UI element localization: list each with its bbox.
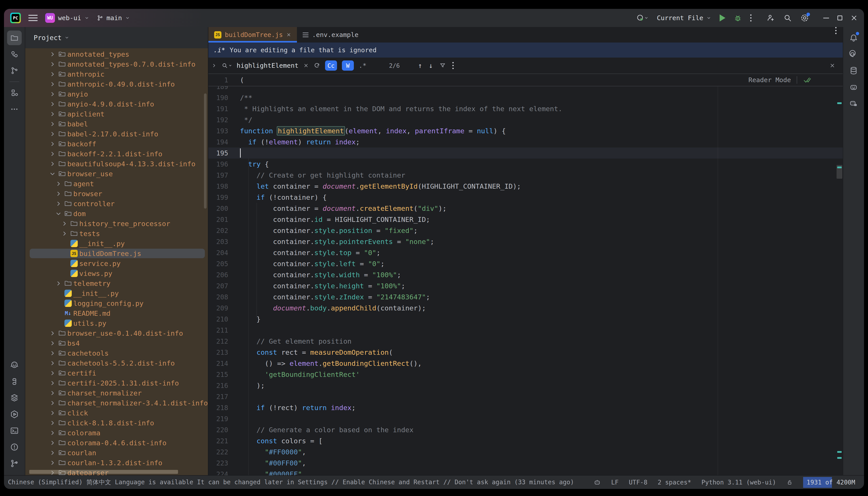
search-everywhere-icon[interactable] <box>784 14 792 22</box>
code-line[interactable]: 212 // Get element position <box>208 336 843 347</box>
project-selector[interactable]: WU web-ui <box>45 13 89 23</box>
tree-item[interactable]: telemetry <box>25 278 208 288</box>
tab-buildDomTree[interactable]: JS buildDomTree.js <box>208 27 297 43</box>
editor-scrollbar-stripe[interactable] <box>836 74 842 475</box>
code-line[interactable]: 201 container.id = HIGHLIGHT_CONTAINER_I… <box>208 214 843 225</box>
tree-item[interactable]: colorama <box>25 428 208 438</box>
reader-mode-toggle[interactable]: Reader Mode <box>748 76 791 84</box>
tree-item[interactable]: apiclient <box>25 109 208 119</box>
tree-item[interactable]: anthropic <box>25 69 208 79</box>
code-line[interactable]: 213 const rect = measureDomOperation( <box>208 347 843 358</box>
chevron-down-icon[interactable] <box>54 211 63 217</box>
tree-item[interactable]: tests <box>25 229 208 238</box>
chevron-right-icon[interactable] <box>54 181 63 187</box>
close-tab-icon[interactable] <box>286 32 291 37</box>
chevron-right-icon[interactable] <box>48 370 57 376</box>
tree-item[interactable]: annotated_types-0.7.0.dist-info <box>25 59 208 69</box>
code-line[interactable]: 196 try { <box>208 158 843 170</box>
code-with-me-icon[interactable] <box>766 14 775 22</box>
code-line[interactable]: 208 container.style.zIndex = "2147483647… <box>208 291 843 303</box>
chevron-right-icon[interactable] <box>48 440 57 446</box>
tree-item[interactable]: charset_normalizer <box>25 388 208 398</box>
chevron-right-icon[interactable] <box>48 101 57 107</box>
tree-item[interactable]: cachetools-5.5.2.dist-info <box>25 358 208 368</box>
tree-item[interactable]: controller <box>25 199 208 208</box>
code-line[interactable]: 214 () => element.getBoundingClientRect(… <box>208 358 843 369</box>
code-line[interactable]: 215 'getBoundingClientRect' <box>208 369 843 380</box>
tree-item[interactable]: courlan <box>25 448 208 458</box>
tree-item[interactable]: anthropic-0.49.0.dist-info <box>25 79 208 89</box>
tree-item[interactable]: agent <box>25 179 208 189</box>
tree-item[interactable]: anyio <box>25 89 208 99</box>
chevron-right-icon[interactable] <box>48 91 57 97</box>
chevron-right-icon[interactable] <box>48 380 57 386</box>
tree-horizontal-scrollbar[interactable] <box>29 470 178 474</box>
tree-item[interactable]: babel <box>25 119 208 129</box>
chevron-right-icon[interactable] <box>48 350 57 356</box>
chevron-right-icon[interactable] <box>48 430 57 436</box>
code-line[interactable]: 202 container.style.position = "fixed"; <box>208 225 843 236</box>
code-line[interactable]: 195 <box>208 148 843 158</box>
match-case-toggle[interactable]: Cc <box>325 60 337 71</box>
chevron-right-icon[interactable] <box>48 71 57 77</box>
code-line[interactable]: 205 container.style.left = "0"; <box>208 258 843 269</box>
indent-indicator[interactable]: 2 spaces* <box>657 479 691 486</box>
search-input[interactable]: highlightElement <box>237 62 298 69</box>
settings-gear-icon[interactable] <box>800 14 809 22</box>
code-line[interactable]: 189 <box>208 87 843 92</box>
chevron-right-icon[interactable] <box>48 400 57 406</box>
lock-icon[interactable] <box>786 479 793 485</box>
tree-item[interactable]: courlan-1.3.2.dist-info <box>25 458 208 468</box>
close-search-icon[interactable] <box>830 63 835 68</box>
tree-item[interactable]: history_tree_processor <box>25 219 208 229</box>
interpreter-indicator[interactable]: Python 3.11 (web-ui) <box>701 479 776 486</box>
memory-indicator[interactable]: 1931 of 4200M <box>803 477 859 488</box>
chevron-right-icon[interactable] <box>48 51 57 57</box>
previous-match-icon[interactable]: ↑ <box>418 62 422 69</box>
chevron-right-icon[interactable] <box>48 390 57 396</box>
code-line[interactable]: 222 "#FF0000", <box>208 446 843 458</box>
more-actions-icon[interactable] <box>750 14 751 21</box>
regex-toggle[interactable]: .* <box>359 62 367 69</box>
tab-options-icon[interactable] <box>835 27 837 43</box>
run-button[interactable] <box>719 14 725 21</box>
code-line[interactable]: 211 <box>208 325 843 336</box>
debug-button[interactable] <box>734 14 742 22</box>
tree-item[interactable]: cachetools <box>25 348 208 358</box>
tree-item[interactable]: logging_config.py <box>25 298 208 308</box>
tree-vertical-scrollbar[interactable] <box>204 93 206 208</box>
chevron-right-icon[interactable] <box>54 191 63 197</box>
code-line[interactable]: 200 container = document.createElement("… <box>208 203 843 214</box>
ai-bot-icon[interactable] <box>846 80 861 94</box>
structure-tool-window-button[interactable] <box>7 86 22 100</box>
code-line[interactable]: 223 "#00FF00", <box>208 458 843 468</box>
code-line[interactable]: 220 // Generate a color based on the ind… <box>208 424 843 435</box>
main-menu-icon[interactable] <box>28 15 37 21</box>
problems-icon[interactable] <box>7 440 22 454</box>
tree-item[interactable]: beautifulsoup4-4.13.3.dist-info <box>25 159 208 169</box>
search-options-icon[interactable] <box>452 62 454 69</box>
chevron-right-icon[interactable] <box>48 410 57 416</box>
chevron-right-icon[interactable] <box>48 420 57 426</box>
code-line[interactable]: 204 container.style.top = "0"; <box>208 247 843 258</box>
database-icon[interactable] <box>846 63 861 78</box>
code-line[interactable]: 194 if (!element) return index; <box>208 136 843 148</box>
tree-item[interactable]: anyio-4.9.0.dist-info <box>25 99 208 109</box>
code-line[interactable]: 192 */ <box>208 114 843 125</box>
more-tool-windows-icon[interactable] <box>7 102 22 117</box>
inspections-ok-icon[interactable] <box>803 76 812 84</box>
code-line[interactable]: 207 container.style.height = "100%"; <box>208 280 843 291</box>
project-tool-window-button[interactable] <box>7 31 22 45</box>
tree-item[interactable]: babel-2.17.0.dist-info <box>25 129 208 139</box>
tree-item[interactable]: utils.py <box>25 318 208 328</box>
chevron-right-icon[interactable] <box>48 131 57 137</box>
code-line[interactable]: 224 "#0000FF", <box>208 468 843 475</box>
tree-item[interactable]: colorama-0.4.6.dist-info <box>25 438 208 448</box>
chevron-right-icon[interactable] <box>48 330 57 336</box>
code-line[interactable]: 210 } <box>208 313 843 325</box>
code-line[interactable]: 199 if (!container) { <box>208 192 843 203</box>
minimize-button[interactable] <box>823 18 829 18</box>
code-viewport[interactable]: 189190/**191 * Highlights an element in … <box>208 87 843 475</box>
tree-item[interactable]: backoff-2.2.1.dist-info <box>25 149 208 159</box>
tree-item[interactable]: annotated_types <box>25 49 208 59</box>
